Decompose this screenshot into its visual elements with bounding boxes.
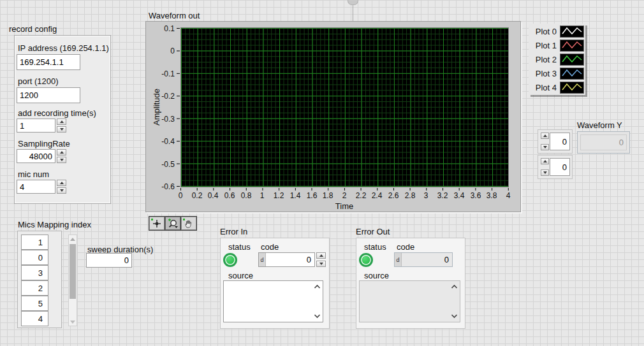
- index-control-1-frame: 0: [538, 129, 573, 154]
- graph-tool-palette: [149, 216, 197, 231]
- waveform-line-icon: [561, 40, 583, 50]
- legend-swatch-plot1[interactable]: [560, 40, 584, 52]
- decrement-icon[interactable]: [57, 187, 66, 194]
- scroll-up-icon[interactable]: [314, 284, 321, 289]
- pan-tool-button[interactable]: [181, 217, 196, 230]
- error-in-code-field[interactable]: d 0: [258, 252, 315, 267]
- x-tick: 1.6: [307, 191, 318, 200]
- decrement-icon[interactable]: [316, 261, 326, 267]
- waveform-y-label: Waveform Y: [577, 120, 622, 130]
- mic-num-value: 4: [20, 182, 24, 192]
- error-in-status-led[interactable]: [223, 253, 237, 267]
- array-scrollbar[interactable]: [68, 234, 77, 326]
- magnifier-icon: [167, 218, 179, 229]
- increment-icon[interactable]: [316, 252, 326, 259]
- decrement-icon[interactable]: [541, 144, 549, 150]
- y-axis-label: Amplitude: [152, 89, 161, 126]
- port-value: 1200: [20, 90, 38, 100]
- decrement-icon[interactable]: [57, 157, 66, 163]
- legend-label: Plot 1: [530, 41, 560, 50]
- array-cell-value: 2: [38, 284, 43, 293]
- decrement-icon[interactable]: [57, 126, 66, 133]
- y-tick: 0.1: [148, 24, 175, 33]
- increment-icon[interactable]: [541, 158, 549, 164]
- y-tick: -0.1: [148, 69, 175, 78]
- scroll-up-icon[interactable]: [451, 284, 458, 289]
- plot-legend: Plot 0 Plot 1 Plot 2 Pl: [529, 24, 585, 95]
- scroll-down-icon[interactable]: [314, 314, 321, 319]
- error-in-source-field[interactable]: [223, 280, 323, 322]
- add-recording-time-value: 1: [20, 121, 24, 131]
- array-cell[interactable]: 2: [21, 280, 48, 296]
- index-control-1-stepper[interactable]: [541, 133, 549, 150]
- x-tick: 1.2: [274, 191, 284, 200]
- pane-splitter-handle[interactable]: [348, 0, 358, 5]
- x-axis-tickmarks: [180, 188, 509, 191]
- scroll-up-icon[interactable]: [69, 235, 77, 243]
- ip-address-input[interactable]: 169.254.1.1: [17, 54, 80, 70]
- y-tick: -0.5: [148, 160, 175, 169]
- waveform-plot-area[interactable]: [180, 27, 509, 187]
- array-cell[interactable]: 3: [21, 265, 48, 280]
- legend-swatch-plot3[interactable]: [560, 68, 584, 80]
- x-tick: 2.4: [372, 191, 383, 200]
- array-cell-value: 5: [38, 299, 43, 308]
- error-out-source-label: source: [364, 271, 389, 280]
- array-cell[interactable]: 1: [21, 234, 48, 250]
- error-in-label: Error In: [220, 227, 247, 236]
- add-recording-time-stepper[interactable]: [57, 119, 66, 133]
- sweep-duration-value: 0: [124, 256, 129, 265]
- x-tick: 0: [179, 191, 183, 200]
- x-tick: 3: [424, 191, 428, 200]
- increment-icon[interactable]: [57, 149, 66, 155]
- sampling-rate-value: 48000: [29, 152, 52, 161]
- scroll-down-icon[interactable]: [69, 318, 77, 326]
- array-cell-value: 1: [38, 238, 43, 247]
- waveform-graph-title: Waveform out: [149, 11, 200, 20]
- cursor-tool-button[interactable]: [149, 217, 165, 230]
- increment-icon[interactable]: [57, 119, 66, 125]
- x-tick: 0.4: [208, 191, 219, 200]
- port-input[interactable]: 1200: [17, 87, 80, 103]
- y-axis-tickmarks: [177, 28, 180, 187]
- error-out-code-value: 0: [402, 255, 452, 264]
- index-control-2[interactable]: 0: [550, 158, 570, 176]
- legend-swatch-plot4[interactable]: [560, 82, 584, 94]
- array-cell[interactable]: 5: [21, 296, 48, 311]
- scrollbar-thumb[interactable]: [70, 244, 76, 299]
- legend-swatch-plot0[interactable]: [560, 25, 584, 38]
- scroll-down-icon[interactable]: [451, 314, 458, 319]
- waveform-y-indicator: 0: [580, 134, 627, 150]
- legend-row: Plot 1: [530, 38, 584, 52]
- sampling-rate-stepper[interactable]: [57, 149, 66, 163]
- y-tick: -0.6: [148, 182, 175, 191]
- legend-row: Plot 0: [530, 24, 584, 38]
- array-cell[interactable]: 0: [21, 250, 48, 265]
- increment-icon[interactable]: [57, 180, 66, 186]
- increment-icon[interactable]: [541, 133, 549, 139]
- index-control-1[interactable]: 0: [550, 133, 570, 150]
- mic-num-stepper[interactable]: [57, 180, 66, 194]
- error-out-status-label: status: [364, 242, 386, 252]
- error-in-code-value: 0: [266, 255, 314, 264]
- sampling-rate-input[interactable]: 48000: [17, 149, 55, 163]
- sweep-duration-input[interactable]: 0: [86, 253, 132, 268]
- error-out-code-label: code: [397, 242, 414, 252]
- add-recording-time-input[interactable]: 1: [17, 119, 55, 133]
- array-cell[interactable]: 4: [21, 311, 48, 326]
- x-tick: 1.4: [290, 191, 301, 200]
- error-out-source-indicator: [359, 280, 460, 322]
- mic-num-input[interactable]: 4: [17, 180, 55, 194]
- y-tick: 0: [148, 47, 175, 55]
- error-in-code-stepper[interactable]: [316, 252, 326, 267]
- legend-swatch-plot2[interactable]: [560, 54, 584, 66]
- decrement-icon[interactable]: [541, 169, 549, 176]
- legend-label: Plot 0: [530, 27, 560, 36]
- radix-indicator[interactable]: d: [259, 253, 266, 266]
- ip-address-value: 169.254.1.1: [20, 57, 64, 67]
- legend-label: Plot 4: [530, 83, 560, 92]
- mics-mapping-label: Mics Mapping index: [18, 220, 91, 229]
- zoom-tool-button[interactable]: [165, 217, 180, 230]
- array-cell-value: 0: [38, 253, 43, 263]
- index-control-2-stepper[interactable]: [541, 158, 549, 176]
